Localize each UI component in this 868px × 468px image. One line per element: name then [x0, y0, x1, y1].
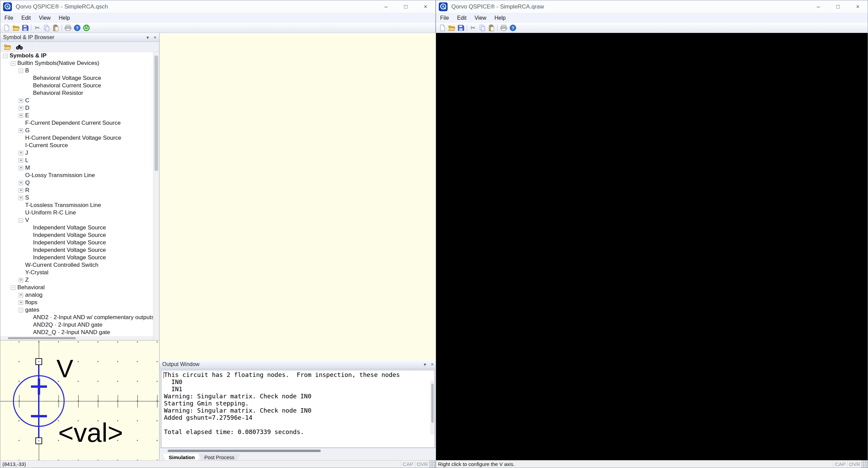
cut-icon[interactable]: ✂ — [468, 23, 478, 32]
collapse-expander-icon[interactable]: - — [3, 54, 7, 58]
output-window-header[interactable]: Output Window ▾ × — [160, 360, 436, 369]
resize-grip[interactable] — [429, 461, 435, 468]
tree-item[interactable]: AND2 · 2-Input AND w/ complementary outp… — [0, 314, 153, 321]
panel-collapse-icon[interactable]: ▾ — [147, 35, 149, 40]
collapse-expander-icon[interactable]: - — [19, 69, 23, 73]
tree-item[interactable]: F-Current Dependent Current Source — [0, 119, 153, 127]
open-folder-icon[interactable] — [11, 23, 20, 32]
tree-item[interactable]: U-Uniform R-C Line — [0, 209, 153, 216]
scrollbar-thumb[interactable] — [168, 450, 321, 452]
collapse-expander-icon[interactable]: - — [11, 285, 15, 290]
tree-item[interactable]: Y-Crystal — [0, 269, 153, 276]
run-icon[interactable] — [82, 23, 91, 32]
tree-item[interactable]: +J — [0, 149, 153, 157]
expand-expander-icon[interactable]: + — [19, 196, 23, 200]
tab-simulation[interactable]: Simulation — [163, 454, 201, 461]
menu-file[interactable]: File — [436, 15, 453, 21]
menu-edit[interactable]: Edit — [17, 15, 35, 21]
copy-icon[interactable] — [42, 23, 51, 32]
menu-edit[interactable]: Edit — [453, 15, 471, 21]
expand-expander-icon[interactable]: + — [19, 106, 23, 110]
tree-item[interactable]: Independent Voltage Source — [0, 254, 153, 261]
open-folder-icon[interactable] — [447, 23, 456, 32]
expand-expander-icon[interactable]: + — [19, 181, 23, 185]
tree-item[interactable]: AND2Q · 2-Input AND gate — [0, 321, 153, 329]
copy-icon[interactable] — [478, 23, 487, 32]
menu-help[interactable]: Help — [55, 15, 74, 21]
expand-expander-icon[interactable]: + — [19, 99, 23, 103]
schematic-canvas[interactable] — [159, 33, 436, 360]
tree-item[interactable]: +C — [0, 97, 153, 104]
close-button[interactable]: × — [848, 0, 868, 13]
expand-expander-icon[interactable]: + — [19, 166, 23, 170]
tree-item[interactable]: Independent Voltage Source — [0, 224, 153, 231]
console-horizontal-scrollbar[interactable] — [161, 449, 435, 453]
tree-item[interactable]: +L — [0, 157, 153, 164]
tree-item[interactable]: +D — [0, 104, 153, 112]
console-vertical-scrollbar[interactable] — [430, 380, 434, 435]
tree-item[interactable]: Independent Voltage Source — [0, 239, 153, 246]
tree-item[interactable]: Independent Voltage Source — [0, 246, 153, 254]
expand-expander-icon[interactable]: + — [19, 151, 23, 155]
maximize-button[interactable]: □ — [396, 0, 416, 13]
new-file-icon[interactable] — [2, 23, 11, 32]
menu-help[interactable]: Help — [490, 15, 510, 21]
tree-item[interactable]: +Q — [0, 179, 153, 187]
close-button[interactable]: × — [416, 0, 435, 13]
tree-item[interactable]: +E — [0, 112, 153, 119]
tree-item[interactable]: +M — [0, 164, 153, 172]
simulation-console[interactable]: This circuit has 2 floating nodes. From … — [161, 370, 435, 448]
expand-expander-icon[interactable]: + — [19, 128, 23, 133]
expand-expander-icon[interactable]: + — [19, 278, 23, 282]
collapse-expander-icon[interactable]: - — [19, 308, 23, 312]
scrollbar-thumb[interactable] — [8, 337, 76, 339]
tree-item[interactable]: T-Lossless Transmission Line — [0, 202, 153, 209]
scrollbar-thumb[interactable] — [431, 384, 434, 423]
tree-item[interactable]: -Behavioral — [0, 284, 153, 291]
minimize-button[interactable]: – — [808, 0, 828, 13]
tree-item[interactable]: H-Current Dependent Voltage Source — [0, 134, 153, 142]
tree-item[interactable]: +G — [0, 127, 153, 134]
print-icon[interactable] — [499, 23, 508, 32]
expand-expander-icon[interactable]: + — [19, 114, 23, 118]
find-binoculars-icon[interactable] — [15, 42, 24, 51]
tree-item[interactable]: +R — [0, 187, 153, 194]
tree-item[interactable]: -V — [0, 216, 153, 224]
tree-item[interactable]: Behavioral Current Source — [0, 82, 153, 89]
minimize-button[interactable]: – — [376, 0, 396, 13]
open-folder-icon[interactable] — [3, 42, 12, 51]
panel-close-icon[interactable]: × — [154, 35, 156, 40]
tree-item[interactable]: +S — [0, 194, 153, 202]
resize-grip[interactable] — [862, 461, 868, 468]
print-icon[interactable] — [63, 23, 72, 32]
tree-item[interactable]: Behavioral Resistor — [0, 89, 153, 97]
panel-collapse-icon[interactable]: ▾ — [424, 362, 426, 367]
tree-item[interactable]: AND2_Q · 2-Input NAND gate — [0, 329, 153, 336]
expand-expander-icon[interactable]: + — [19, 158, 23, 163]
tree-item[interactable]: -B — [0, 67, 153, 74]
symbol-browser-header[interactable]: Symbol & IP Browser ▾ × — [0, 33, 159, 42]
tree-item[interactable]: -Builtin Symbols(Native Devices) — [0, 59, 153, 67]
titlebar[interactable]: Qorvo QSPICE® - SimpleRCA.qraw – □ × — [436, 0, 868, 13]
save-icon[interactable] — [20, 23, 30, 32]
expand-expander-icon[interactable]: + — [19, 188, 23, 193]
tree-horizontal-scrollbar[interactable] — [0, 336, 153, 340]
tree-item[interactable]: W-Current Controlled Switch — [0, 261, 153, 269]
titlebar[interactable]: Qorvo QSPICE® - SimpleRCA.qsch – □ × — [0, 0, 435, 13]
save-icon[interactable] — [456, 23, 465, 32]
panel-close-icon[interactable]: × — [431, 362, 434, 367]
tree-item[interactable]: Independent Voltage Source — [0, 231, 153, 239]
menu-view[interactable]: View — [470, 15, 490, 21]
menu-view[interactable]: View — [35, 15, 54, 21]
cut-icon[interactable]: ✂ — [33, 23, 42, 32]
menu-file[interactable]: File — [0, 15, 17, 21]
expand-expander-icon[interactable]: + — [19, 300, 23, 305]
symbol-tree[interactable]: -Symbols & IP-Builtin Symbols(Native Dev… — [0, 52, 153, 336]
help-icon[interactable]: ? — [72, 23, 82, 32]
help-icon[interactable]: ? — [508, 23, 517, 32]
collapse-expander-icon[interactable]: - — [19, 218, 23, 223]
collapse-expander-icon[interactable]: - — [11, 61, 15, 66]
tree-item[interactable]: -Symbols & IP — [0, 52, 153, 59]
new-file-icon[interactable] — [438, 23, 447, 32]
paste-icon[interactable] — [487, 23, 496, 32]
